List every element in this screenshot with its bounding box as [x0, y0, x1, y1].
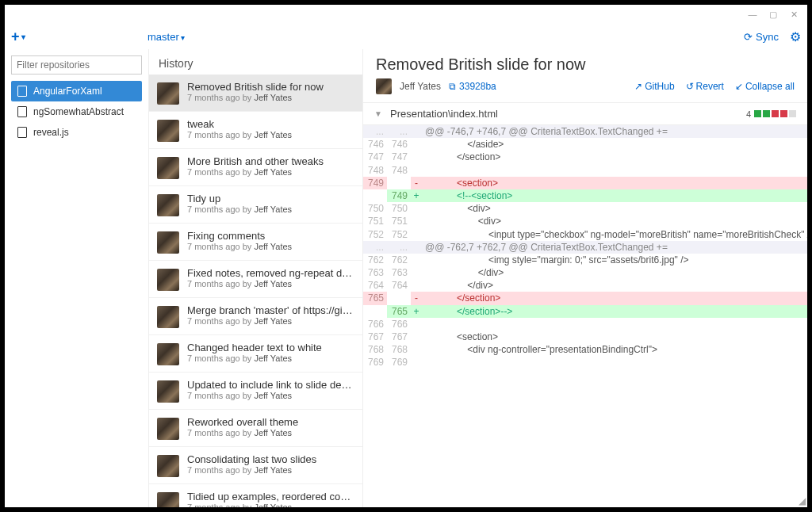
repo-item[interactable]: reveal.js — [11, 122, 142, 143]
settings-button[interactable]: ⚙ — [790, 29, 801, 44]
open-github-button[interactable]: ↗GitHub — [634, 81, 674, 92]
commit-item-meta: 7 months ago by Jeff Yates — [187, 279, 354, 288]
avatar — [157, 120, 179, 142]
repo-item[interactable]: AngularForXaml — [11, 81, 142, 101]
titlebar: — ▢ ✕ — [5, 5, 807, 24]
collapse-icon: ↙ — [735, 81, 743, 92]
revert-icon: ↺ — [686, 81, 694, 92]
revert-button[interactable]: ↺Revert — [686, 81, 724, 92]
commit-item-title: Removed British slide for now — [187, 81, 324, 93]
maximize-button[interactable]: ▢ — [766, 7, 780, 21]
diff-line: 768768 <div ng-controller="presentationB… — [363, 343, 807, 356]
diff-view: ......@@ -746,7 +746,7 @@ CriteriaTextBo… — [363, 125, 807, 369]
commit-item-title: tweak — [187, 118, 292, 130]
avatar — [157, 455, 179, 477]
commit-item-meta: 7 months ago by Jeff Yates — [187, 316, 354, 326]
diff-line: 749- <section> — [363, 177, 807, 189]
commit-item-title: Changed header text to white — [187, 342, 322, 353]
plus-icon: + — [11, 29, 20, 45]
commit-item[interactable]: Fixed notes, removed ng-repeat demo7 mon… — [149, 261, 362, 298]
diff-line: 763763 </div> — [363, 266, 807, 279]
history-panel: History Removed British slide for now7 m… — [149, 49, 363, 507]
gear-icon: ⚙ — [790, 30, 801, 44]
resize-handle[interactable]: ◢ — [799, 496, 806, 506]
filter-repos-input[interactable] — [11, 55, 142, 75]
commit-item-meta: 7 months ago by Jeff Yates — [187, 242, 292, 251]
avatar — [376, 78, 392, 94]
commit-item-meta: 7 months ago by Jeff Yates — [187, 167, 324, 177]
diff-line: 762762 <img style="margin: 0;" src="asse… — [363, 254, 807, 266]
commit-detail: Removed British slide for now Jeff Yates… — [363, 49, 807, 507]
sync-button[interactable]: ⟳Sync — [744, 31, 779, 43]
commit-item[interactable]: Fixing comments7 months ago by Jeff Yate… — [149, 224, 362, 261]
avatar — [157, 82, 179, 105]
diff-line: ......@@ -746,7 +746,7 @@ CriteriaTextBo… — [363, 125, 807, 138]
repo-icon — [17, 127, 27, 138]
diff-line: 752752 <input type="checkbox" ng-model="… — [363, 228, 807, 241]
repo-sidebar: AngularForXamlngSomewhatAbstractreveal.j… — [5, 49, 149, 507]
commit-item-title: More British and other tweaks — [187, 155, 324, 167]
commit-item-meta: 7 months ago by Jeff Yates — [187, 428, 298, 437]
avatar — [157, 231, 179, 254]
commit-item-title: Fixed notes, removed ng-repeat demo — [187, 267, 354, 279]
avatar — [157, 492, 179, 507]
repo-name: AngularForXaml — [33, 86, 102, 97]
avatar — [157, 418, 179, 440]
commit-item[interactable]: Tidied up examples, reordered content, e… — [149, 484, 362, 507]
diff-line: 751751 <div> — [363, 215, 807, 227]
commit-item-meta: 7 months ago by Jeff Yates — [187, 204, 292, 214]
diff-line: 748748 — [363, 164, 807, 177]
close-button[interactable]: ✕ — [787, 7, 801, 21]
commit-item-title: Consolidating last two slides — [187, 453, 316, 465]
diff-line: 767767 <section> — [363, 331, 807, 343]
external-icon: ↗ — [634, 81, 642, 92]
commit-item[interactable]: Consolidating last two slides7 months ag… — [149, 447, 362, 484]
commit-item-meta: 7 months ago by Jeff Yates — [187, 353, 322, 363]
repo-item[interactable]: ngSomewhatAbstract — [11, 101, 142, 122]
commit-sha-link[interactable]: ⧉33928ba — [449, 81, 496, 92]
caret-down-icon: ▾ — [21, 32, 25, 41]
history-title: History — [149, 49, 362, 75]
commit-item[interactable]: More British and other tweaks7 months ag… — [149, 149, 362, 186]
repo-name: reveal.js — [33, 127, 69, 138]
repo-icon — [17, 86, 27, 97]
commit-item-title: Merge branch 'master' of https://github.… — [187, 304, 354, 316]
caret-down-icon: ▾ — [181, 33, 185, 42]
avatar — [157, 269, 179, 291]
commit-item-meta: 7 months ago by Jeff Yates — [187, 465, 316, 475]
commit-author: Jeff Yates — [400, 81, 441, 92]
commit-item-title: Tidy up — [187, 193, 292, 204]
commit-item-meta: 7 months ago by Jeff Yates — [187, 130, 292, 139]
repo-name: ngSomewhatAbstract — [33, 106, 124, 117]
commit-item[interactable]: tweak7 months ago by Jeff Yates — [149, 112, 362, 149]
diff-line: 750750 <div> — [363, 202, 807, 215]
commit-item-title: Fixing comments — [187, 230, 292, 242]
diff-line: 749+ <!--<section> — [363, 189, 807, 202]
commit-title: Removed British slide for now — [376, 55, 795, 74]
commit-item[interactable]: Reworked overall theme7 months ago by Je… — [149, 410, 362, 447]
avatar — [157, 343, 179, 365]
branch-selector[interactable]: master▾ — [147, 31, 185, 43]
sync-icon: ⟳ — [744, 31, 753, 43]
commit-item-meta: 7 months ago by Jeff Yates — [187, 391, 354, 400]
link-icon: ⧉ — [449, 81, 456, 92]
diff-line: ......@@ -762,7 +762,7 @@ CriteriaTextBo… — [363, 241, 807, 254]
diff-line: 747747 </section> — [363, 151, 807, 163]
collapse-all-button[interactable]: ↙Collapse all — [735, 81, 795, 92]
commit-item[interactable]: Merge branch 'master' of https://github.… — [149, 298, 362, 335]
commit-item-title: Updated to include link to slide deck on… — [187, 379, 354, 391]
avatar — [157, 157, 179, 179]
avatar — [157, 380, 179, 403]
avatar — [157, 194, 179, 216]
diff-line: 769769 — [363, 356, 807, 369]
avatar — [157, 306, 179, 328]
diff-line: 765- </section> — [363, 292, 807, 304]
add-repo-button[interactable]: +▾ — [11, 29, 25, 45]
file-collapse-toggle[interactable]: ▼ — [374, 109, 382, 118]
minimize-button[interactable]: — — [745, 7, 760, 21]
commit-item-title: Reworked overall theme — [187, 416, 298, 428]
commit-item[interactable]: Updated to include link to slide deck on… — [149, 373, 362, 410]
commit-item[interactable]: Tidy up7 months ago by Jeff Yates — [149, 186, 362, 224]
commit-item[interactable]: Removed British slide for now7 months ag… — [149, 75, 362, 112]
commit-item[interactable]: Changed header text to white7 months ago… — [149, 335, 362, 373]
